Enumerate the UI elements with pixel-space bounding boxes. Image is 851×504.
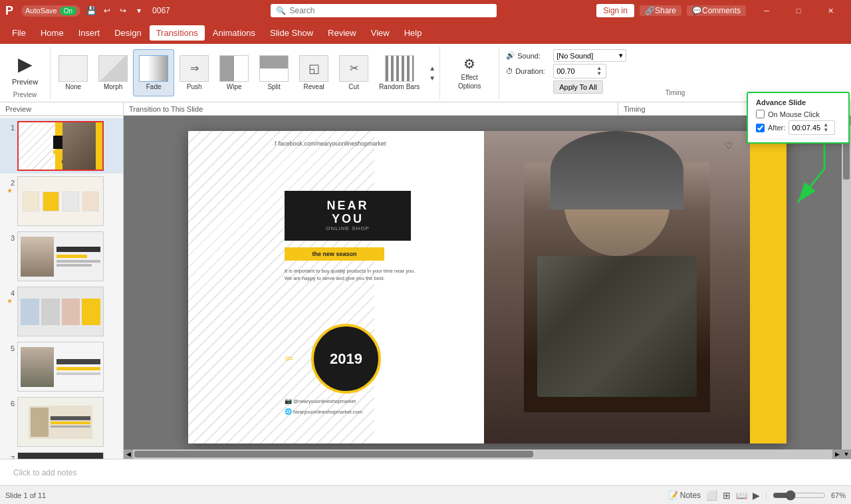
after-row: After: ▲ ▼ — [756, 120, 840, 135]
slide-instagram: 📷 @nearyouonlineshopmarket — [285, 396, 362, 406]
preview-button[interactable]: ▶ Preview — [5, 49, 45, 90]
menu-review[interactable]: Review — [321, 25, 363, 41]
advance-slide-popup: Advance Slide On Mouse Click After: ▲ ▼ — [747, 92, 850, 144]
after-down[interactable]: ▼ — [822, 128, 830, 133]
transition-split[interactable]: Split — [254, 49, 294, 96]
search-box[interactable]: 🔍 — [271, 4, 497, 17]
undo-button[interactable]: ↩ — [102, 5, 112, 16]
menu-transitions[interactable]: Transitions — [150, 25, 205, 41]
menu-animations[interactable]: Animations — [206, 25, 262, 41]
notes-bar[interactable]: Click to add notes — [0, 459, 851, 485]
after-input-box[interactable]: ▲ ▼ — [789, 120, 835, 135]
slide-photo-person — [484, 131, 750, 443]
slide-thumb-3[interactable]: 3 ★ — [0, 229, 123, 284]
transition-fade[interactable]: Fade — [133, 49, 174, 96]
fb-url: facebook.com/nearyouonlineshopmarket — [279, 140, 386, 147]
slide-thumb-1[interactable]: 1 ★ — [0, 118, 123, 174]
menu-file[interactable]: File — [5, 25, 33, 41]
normal-view-button[interactable]: ⬜ — [706, 490, 717, 501]
transition-section-label: Transition to This Slide — [124, 102, 618, 115]
sound-input[interactable]: [No Sound] ▾ — [553, 49, 626, 62]
duration-input[interactable] — [556, 67, 593, 75]
slide-facebook: f facebook.com/nearyouonlineshopmarket — [275, 140, 386, 147]
on-mouse-click-checkbox[interactable] — [756, 110, 765, 118]
preview-section-label: Preview — [0, 102, 124, 115]
close-button[interactable]: ✕ — [815, 0, 846, 21]
redo-button[interactable]: ↪ — [118, 5, 128, 16]
after-value-input[interactable] — [792, 124, 822, 132]
scroll-left-button[interactable]: ◀ — [124, 449, 133, 459]
minimize-button[interactable]: ─ — [751, 0, 782, 21]
notes-button[interactable]: 📝 Notes — [668, 491, 701, 500]
slide-sorter-button[interactable]: ⊞ — [723, 490, 731, 501]
slide-thumb-4[interactable]: 4 ★ — [0, 284, 123, 339]
slide-title-sub: ONLINE SHOP — [326, 226, 370, 232]
transition-push[interactable]: ⇒ Push — [174, 49, 214, 96]
slide-body-text: It is important to buy quality products … — [285, 267, 418, 283]
transition-morph[interactable]: Morph — [93, 49, 133, 96]
menu-view[interactable]: View — [364, 25, 396, 41]
save-button[interactable]: 💾 — [86, 5, 96, 16]
slide-season-box: the new season — [285, 247, 384, 261]
title-bar-left: P AutoSave On 💾 ↩ ↪ ▾ 0067 — [5, 4, 170, 18]
transition-cut[interactable]: ✂ Cut — [334, 49, 374, 96]
canvas-area: f facebook.com/nearyouonlineshopmarket ♡… — [124, 116, 851, 459]
comments-button[interactable]: 💬 Comments — [687, 5, 746, 16]
zoom-level: 67% — [831, 491, 846, 499]
apply-all-button[interactable]: Apply To All — [553, 80, 603, 94]
scroll-up-arrow[interactable]: ▲ — [427, 63, 437, 73]
slide-thumb-preview-1 — [17, 121, 104, 171]
duration-input-box[interactable]: ▲ ▼ — [553, 64, 606, 78]
menu-help[interactable]: Help — [398, 25, 429, 41]
sign-in-button[interactable]: Sign in — [596, 4, 634, 17]
sound-dropdown-icon[interactable]: ▾ — [619, 51, 623, 60]
menu-slide-show[interactable]: Slide Show — [263, 25, 320, 41]
vertical-scrollbar[interactable]: ▲ ▼ — [842, 116, 851, 459]
menu-home[interactable]: Home — [34, 25, 70, 41]
autosave-toggle[interactable]: AutoSave On — [21, 5, 80, 17]
slide-title: NEAR YOU ONLINE SHOP — [326, 199, 370, 231]
scroll-down-button[interactable]: ▼ — [842, 449, 851, 459]
slide-star-4: ★ — [7, 297, 13, 305]
slide-thumb-5[interactable]: 5 ★ — [0, 339, 123, 394]
horizontal-scrollbar[interactable]: ◀ ▶ — [124, 449, 842, 459]
share-button[interactable]: 🔗 Share — [640, 5, 681, 16]
sound-label: 🔊 Sound: — [506, 51, 549, 60]
slide-thumb-2[interactable]: 2 ★ — [0, 174, 123, 229]
transition-none-label: None — [65, 83, 81, 90]
zoom-slider[interactable] — [773, 490, 826, 501]
status-right: 📝 Notes ⬜ ⊞ 📖 ▶ | 67% — [668, 490, 846, 501]
section-labels: Preview Transition to This Slide Timing — [0, 102, 851, 116]
status-left: Slide 1 of 11 — [5, 491, 46, 499]
transition-wipe[interactable]: Wipe — [214, 49, 254, 96]
slide-thumb-preview-3 — [17, 231, 104, 281]
main-area: 1 ★ 2 ★ — [0, 116, 851, 459]
scroll-thumb-horizontal[interactable] — [134, 451, 533, 457]
after-checkbox[interactable] — [756, 124, 765, 132]
transition-morph-label: Morph — [104, 83, 122, 90]
status-bar: Slide 1 of 11 📝 Notes ⬜ ⊞ 📖 ▶ | 67% — [0, 485, 851, 504]
slideshow-button[interactable]: ▶ — [753, 490, 760, 501]
slide-number-6: 6 — [4, 397, 15, 408]
transition-wipe-icon — [219, 55, 249, 82]
scroll-right-button[interactable]: ▶ — [832, 449, 842, 459]
menu-design[interactable]: Design — [108, 25, 148, 41]
customize-quick-access[interactable]: ▾ — [134, 5, 144, 16]
transition-reveal[interactable]: ◱ Reveal — [294, 49, 334, 96]
duration-down[interactable]: ▼ — [595, 71, 603, 76]
scroll-down-arrow[interactable]: ▼ — [427, 73, 437, 83]
title-bar-center: 🔍 — [170, 4, 596, 17]
maximize-button[interactable]: □ — [783, 0, 814, 21]
slide-social: 📷 @nearyouonlineshopmarket 🌐 Nearyouonli… — [285, 396, 362, 417]
search-input[interactable] — [290, 6, 491, 15]
transition-random-bars[interactable]: Random Bars — [374, 49, 425, 96]
menu-insert[interactable]: Insert — [72, 25, 107, 41]
slide-thumb-7[interactable]: 7 ★ — [0, 449, 123, 459]
slide-thumb-6[interactable]: 6 ★ — [0, 394, 123, 449]
title-bar: P AutoSave On 💾 ↩ ↪ ▾ 0067 🔍 Sign in 🔗 S… — [0, 0, 851, 21]
effect-options-button[interactable]: ⚙ Effect Options — [445, 53, 493, 93]
slide-title-box: NEAR YOU ONLINE SHOP — [285, 191, 411, 241]
transition-none[interactable]: None — [53, 49, 93, 96]
timing-section: 🔊 Sound: [No Sound] ▾ ⏱ Duration: ▲ ▼ — [499, 47, 851, 99]
reading-view-button[interactable]: 📖 — [736, 490, 747, 501]
